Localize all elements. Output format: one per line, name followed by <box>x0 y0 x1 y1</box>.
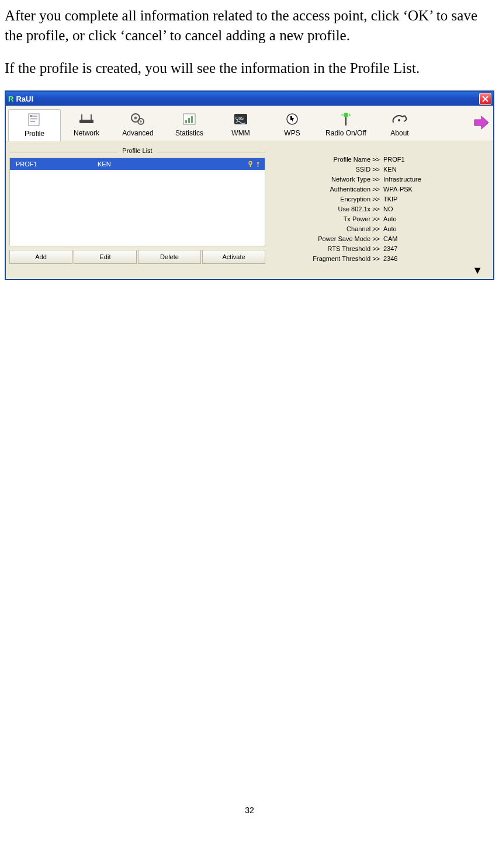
profile-list-title: Profile List <box>117 147 157 154</box>
svg-point-22 <box>398 119 400 121</box>
toolbar-next-button[interactable] <box>472 114 490 131</box>
svg-point-12 <box>140 120 142 123</box>
tab-about[interactable]: About <box>374 109 425 141</box>
tab-profile-label: Profile <box>25 130 44 138</box>
edit-button[interactable]: Edit <box>74 250 137 264</box>
svg-point-23 <box>249 162 252 165</box>
detail-value: 2346 <box>382 255 397 262</box>
profile-list-header: Profile List <box>9 147 265 156</box>
app-logo: R <box>8 95 13 103</box>
tab-wps-label: WPS <box>284 129 300 137</box>
intro-text: After you complete all information relat… <box>5 6 494 78</box>
tab-radio-label: Radio On/Off <box>325 129 366 137</box>
tab-radio[interactable]: Radio On/Off <box>318 109 374 141</box>
wps-icon <box>282 111 303 127</box>
titlebar: R RaUI <box>6 92 493 106</box>
detail-value: Auto <box>382 215 397 222</box>
svg-rect-2 <box>30 118 37 118</box>
arrow-right-icon <box>472 114 490 131</box>
intro-p1: After you complete all information relat… <box>5 6 494 46</box>
detail-value: Auto <box>382 225 397 232</box>
detail-value: KEN <box>382 166 397 173</box>
detail-label: Channel >> <box>269 225 382 232</box>
profile-details: Profile Name >>PROF1 SSID >>KEN Network … <box>265 145 490 273</box>
profile-row-ssid: KEN <box>98 161 111 168</box>
detail-value: NO <box>382 205 393 212</box>
tab-about-label: About <box>390 129 408 137</box>
window-title: RaUI <box>16 95 33 103</box>
page-number: 32 <box>5 806 494 815</box>
svg-rect-4 <box>30 121 35 122</box>
statistics-icon <box>179 111 200 127</box>
tab-advanced-label: Advanced <box>122 129 153 137</box>
profile-icon: P <box>24 112 45 127</box>
tab-statistics[interactable]: Statistics <box>164 109 215 141</box>
network-icon <box>76 111 97 127</box>
detail-label: Fragment Threshold >> <box>269 255 382 262</box>
svg-rect-6 <box>79 120 93 123</box>
svg-rect-24 <box>250 164 251 167</box>
security-icon <box>247 161 254 168</box>
detail-value: PROF1 <box>382 156 405 163</box>
radio-icon <box>335 111 356 127</box>
tab-wmm[interactable]: QoS WMM <box>215 109 266 141</box>
tab-network-label: Network <box>74 129 99 137</box>
activate-button[interactable]: Activate <box>202 250 265 264</box>
toolbar: P Profile Network Advanced <box>6 106 493 141</box>
close-button[interactable] <box>479 93 491 105</box>
detail-label: Tx Power >> <box>269 215 382 222</box>
detail-value: CAM <box>382 235 397 242</box>
wmm-icon: QoS <box>230 111 251 127</box>
add-button[interactable]: Add <box>9 250 72 264</box>
intro-p2: If the profile is created, you will see … <box>5 58 494 78</box>
profile-row[interactable]: PROF1 KEN <box>10 158 265 170</box>
detail-value: WPA-PSK <box>382 186 413 193</box>
expand-button[interactable]: ▼ <box>472 264 483 277</box>
detail-label: Authentication >> <box>269 186 382 193</box>
detail-value: TKIP <box>382 196 397 203</box>
profile-list[interactable]: PROF1 KEN <box>9 158 265 246</box>
tab-wps[interactable]: WPS <box>266 109 318 141</box>
tab-advanced[interactable]: Advanced <box>112 109 164 141</box>
detail-value: Infrastructure <box>382 176 421 183</box>
tab-statistics-label: Statistics <box>175 129 203 137</box>
screenshot-window: R RaUI P Profile <box>5 90 494 280</box>
svg-rect-14 <box>185 120 187 123</box>
detail-value: 2347 <box>382 245 397 252</box>
about-icon <box>389 111 410 127</box>
svg-point-20 <box>344 113 348 117</box>
signal-icon <box>255 161 261 168</box>
tab-network[interactable]: Network <box>61 109 112 141</box>
svg-rect-16 <box>191 116 193 123</box>
svg-text:QoS: QoS <box>235 116 244 121</box>
detail-label: Encryption >> <box>269 196 382 203</box>
svg-rect-15 <box>188 118 190 123</box>
svg-text:P: P <box>30 114 32 118</box>
detail-label: Use 802.1x >> <box>269 205 382 212</box>
delete-button[interactable]: Delete <box>138 250 201 264</box>
advanced-icon <box>127 111 148 127</box>
svg-rect-3 <box>30 120 37 120</box>
tab-profile[interactable]: P Profile <box>8 109 61 141</box>
close-icon <box>482 96 488 102</box>
profile-row-name: PROF1 <box>16 161 37 168</box>
detail-label: Profile Name >> <box>269 156 382 163</box>
detail-label: Power Save Mode >> <box>269 235 382 242</box>
chevron-down-icon: ▼ <box>472 264 483 276</box>
detail-label: RTS Threshold >> <box>269 245 382 252</box>
detail-label: SSID >> <box>269 166 382 173</box>
svg-point-10 <box>134 117 137 120</box>
tab-wmm-label: WMM <box>231 129 250 137</box>
detail-label: Network Type >> <box>269 176 382 183</box>
